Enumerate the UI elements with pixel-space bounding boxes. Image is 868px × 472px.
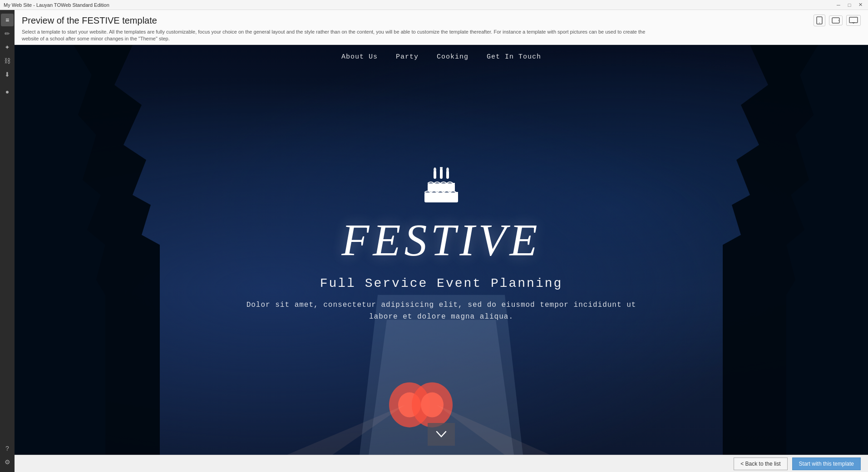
svg-rect-4 bbox=[849, 17, 858, 23]
svg-point-3 bbox=[838, 20, 839, 21]
festive-subtitle: Full Service Event Planning bbox=[320, 276, 563, 290]
page-title: Preview of the FESTIVE template bbox=[22, 15, 157, 26]
content-area: Preview of the FESTIVE template bbox=[15, 10, 868, 472]
sidebar-item-menu[interactable]: ≡ bbox=[1, 14, 14, 26]
sidebar-item-themes[interactable]: ✦ bbox=[1, 41, 14, 54]
sidebar-bottom: ? ⚙ bbox=[1, 442, 14, 472]
sidebar-item-download[interactable]: ⬇ bbox=[1, 68, 14, 81]
sidebar-item-play[interactable]: ● bbox=[1, 85, 14, 98]
maximize-button[interactable]: □ bbox=[845, 1, 853, 9]
svg-rect-18 bbox=[424, 192, 458, 202]
nav-item-party[interactable]: Party bbox=[396, 53, 419, 61]
cake-icon bbox=[421, 167, 462, 213]
sidebar-item-edit[interactable]: ✏ bbox=[1, 27, 14, 40]
template-preview: About Us Party Cooking Get In Touch bbox=[15, 45, 868, 455]
nav-item-cooking[interactable]: Cooking bbox=[437, 53, 469, 61]
tablet-view-button[interactable] bbox=[829, 15, 843, 25]
desktop-icon bbox=[849, 17, 858, 24]
bottom-bar: < Back to the list Start with this templ… bbox=[15, 455, 868, 472]
start-with-template-button[interactable]: Start with this template bbox=[792, 457, 861, 470]
svg-point-14 bbox=[434, 167, 436, 172]
preview-area: About Us Party Cooking Get In Touch bbox=[15, 45, 868, 455]
sidebar-item-settings[interactable]: ⚙ bbox=[1, 456, 14, 468]
app-window: ≡ ✏ ✦ ⛓ ⬇ ● ? ⚙ Preview of the FESTIVE t… bbox=[0, 10, 868, 472]
desktop-view-button[interactable] bbox=[846, 15, 861, 26]
scroll-down-button[interactable] bbox=[428, 423, 455, 446]
header: Preview of the FESTIVE template bbox=[15, 10, 868, 45]
title-bar: My Web Site - Lauyan TOWeb Standard Edit… bbox=[0, 0, 868, 10]
chevron-down-icon bbox=[436, 431, 447, 438]
window-title: My Web Site - Lauyan TOWeb Standard Edit… bbox=[4, 2, 109, 8]
device-icons bbox=[814, 15, 861, 26]
back-to-list-button[interactable]: < Back to the list bbox=[734, 457, 787, 470]
sidebar-item-help[interactable]: ? bbox=[1, 442, 14, 455]
close-button[interactable]: ✕ bbox=[856, 1, 864, 9]
center-content: FESTIVE Full Service Event Planning Dolo… bbox=[15, 67, 868, 423]
festive-description: Dolor sit amet, consectetur adipisicing … bbox=[237, 300, 646, 323]
festive-title: FESTIVE bbox=[341, 217, 541, 263]
sidebar: ≡ ✏ ✦ ⛓ ⬇ ● ? ⚙ bbox=[0, 10, 15, 472]
header-description: Select a template to start your website.… bbox=[22, 29, 657, 43]
tablet-icon bbox=[832, 17, 840, 24]
scroll-button-container bbox=[15, 423, 868, 455]
minimize-button[interactable]: ─ bbox=[834, 1, 843, 9]
header-top: Preview of the FESTIVE template bbox=[22, 15, 861, 26]
mobile-view-button[interactable] bbox=[814, 15, 825, 26]
nav-item-contact[interactable]: Get In Touch bbox=[487, 53, 541, 61]
svg-point-1 bbox=[819, 23, 820, 24]
nav-item-about[interactable]: About Us bbox=[341, 53, 378, 61]
svg-rect-17 bbox=[428, 183, 455, 192]
title-bar-controls: ─ □ ✕ bbox=[834, 1, 864, 9]
svg-point-16 bbox=[446, 167, 449, 172]
navigation-bar: About Us Party Cooking Get In Touch bbox=[15, 45, 868, 67]
cake-svg bbox=[421, 167, 462, 208]
sidebar-item-links[interactable]: ⛓ bbox=[1, 54, 14, 67]
mobile-icon bbox=[816, 16, 823, 25]
svg-rect-12 bbox=[440, 169, 443, 179]
